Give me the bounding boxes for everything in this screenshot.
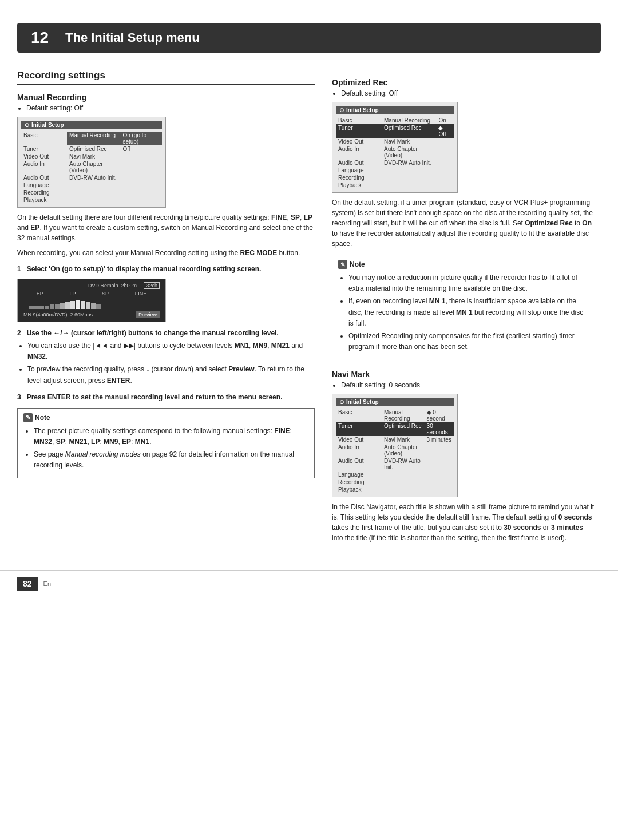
mn-label: MN 9(4h00m/DVD) 2.60Mbps [23, 312, 93, 318]
menu-row: Recording [21, 189, 162, 196]
dvd-remain: DVD Remain 2h00m 32ch [23, 283, 160, 288]
menu-row: Language [336, 471, 454, 478]
menu-icon-2: ⊙ [339, 107, 344, 113]
level-sp: SP [102, 291, 109, 296]
optimized-rec-body: On the default setting, if a timer progr… [332, 197, 595, 249]
note-bullet: You may notice a reduction in picture qu… [348, 272, 589, 294]
note-bullet: The preset picture quality settings corr… [34, 426, 308, 447]
menu-icon-3: ⊙ [339, 399, 344, 405]
note-bullet: If, even on recording level MN 1, there … [348, 296, 589, 329]
menu-screenshot-manual: ⊙ Initial Setup Basic Manual Recording O… [17, 117, 166, 208]
menu-row: Recording [336, 174, 454, 181]
menu-table-1: Basic Manual Recording On (go to setup) … [21, 132, 162, 204]
note-bullets-optimized: You may notice a reduction in picture qu… [348, 272, 589, 352]
left-column: Recording settings Manual Recording Defa… [17, 70, 315, 548]
menu-screenshot-optimized: ⊙ Initial Setup Basic Manual Recording O… [332, 102, 458, 193]
menu-row: Tuner Optimised Rec 30 seconds [336, 422, 454, 436]
menu-row: Recording [336, 478, 454, 486]
page-footer: 82 En [0, 570, 618, 596]
menu-row: Audio In Auto Chapter (Video) [336, 145, 454, 159]
chapter-number: 12 [31, 29, 54, 47]
menu-screenshot-navi: ⊙ Initial Setup Basic Manual Recording ◆… [332, 394, 458, 497]
menu-row: Playback [336, 181, 454, 189]
menu-row: Basic Manual Recording On (go to setup) [21, 132, 162, 145]
manual-rec-body2: When recording, you can select your Manu… [17, 248, 315, 258]
menu-icon-1: ⊙ [25, 122, 29, 128]
chapter-header: 12 The Initial Setup menu [17, 23, 601, 53]
step-2: 2 Use the ←/→ (cursor left/right) button… [17, 328, 315, 338]
note-icon-left: ✎ [23, 413, 33, 422]
step-1: 1 Select 'On (go to setup)' to display t… [17, 264, 315, 274]
menu-table-3: Basic Manual Recording ◆ 0 second Tuner … [336, 409, 454, 493]
menu-row: Audio In Auto Chapter (Video) [21, 160, 162, 174]
note-icon-optimized: ✎ [338, 260, 347, 269]
menu-row: Tuner Optimised Rec Off [21, 145, 162, 153]
bullet-item: You can also use the |◄◄ and ▶▶| buttons… [27, 340, 315, 362]
chapter-title: The Initial Setup menu [65, 30, 200, 45]
menu-row: Basic Manual Recording On [336, 117, 454, 124]
note-bullets-left: The preset picture quality settings corr… [34, 426, 308, 471]
menu-row: Audio Out DVD-RW Auto Init. [336, 457, 454, 471]
menu-title-bar-1: ⊙ Initial Setup [21, 121, 162, 129]
navi-mark-body: In the Disc Navigator, each title is sho… [332, 502, 595, 543]
menu-row: Audio Out DVD-RW Auto Init. [336, 159, 454, 167]
manual-recording-default: Default setting: Off [26, 104, 315, 112]
step-2-bullets: You can also use the |◄◄ and ▶▶| buttons… [27, 340, 315, 386]
note-bullet: See page Manual recording modes on page … [34, 449, 308, 471]
menu-row: Audio Out DVD-RW Auto Init. [21, 174, 162, 181]
page-lang: En [43, 580, 51, 587]
manual-recording-title: Manual Recording [17, 93, 315, 102]
section-title: Recording settings [17, 70, 315, 85]
manual-rec-body1: On the default setting there are four di… [17, 212, 315, 243]
page-number: 82 [17, 577, 38, 591]
note-title-left: ✎ Note [23, 413, 308, 422]
level-lp: LP [69, 291, 76, 296]
note-title-optimized: ✎ Note [338, 260, 589, 269]
level-ep: EP [37, 291, 43, 296]
menu-row: Video Out Navi Mark [336, 138, 454, 145]
menu-row: Tuner Optimised Rec ◆ Off [336, 124, 454, 138]
menu-row: Language [21, 181, 162, 189]
navi-mark-title: Navi Mark [332, 370, 595, 379]
menu-row: Playback [21, 196, 162, 204]
preview-btn[interactable]: Preview [136, 311, 160, 318]
optimized-rec-title: Optimized Rec [332, 78, 595, 87]
level-fine: FINE [135, 291, 147, 296]
menu-row: Audio In Auto Chapter (Video) [336, 443, 454, 457]
menu-title-bar-3: ⊙ Initial Setup [336, 398, 454, 406]
menu-row: Language [336, 167, 454, 174]
menu-row: Basic Manual Recording ◆ 0 second [336, 409, 454, 422]
note-box-optimized: ✎ Note You may notice a reduction in pic… [332, 255, 595, 359]
menu-row: Video Out Navi Mark 3 minutes [336, 436, 454, 443]
menu-row: Playback [336, 486, 454, 493]
note-bullet: Optimized Recording only compensates for… [348, 331, 589, 352]
right-column: Optimized Rec Default setting: Off ⊙ Ini… [332, 70, 595, 548]
navi-mark-default: Default setting: 0 seconds [341, 381, 595, 389]
menu-title-bar-2: ⊙ Initial Setup [336, 106, 454, 114]
note-box-left: ✎ Note The preset picture quality settin… [17, 408, 315, 478]
step-3: 3 Press ENTER to set the manual recordin… [17, 392, 315, 402]
optimized-rec-default: Default setting: Off [341, 89, 595, 97]
menu-row: Video Out Navi Mark [21, 153, 162, 160]
bullet-item: To preview the recording quality, press … [27, 364, 315, 386]
rec-level-display: DVD Remain 2h00m 32ch EP LP SP FINE [17, 279, 166, 322]
menu-table-2: Basic Manual Recording On Tuner Optimise… [336, 117, 454, 189]
main-content: Recording settings Manual Recording Defa… [0, 53, 618, 559]
